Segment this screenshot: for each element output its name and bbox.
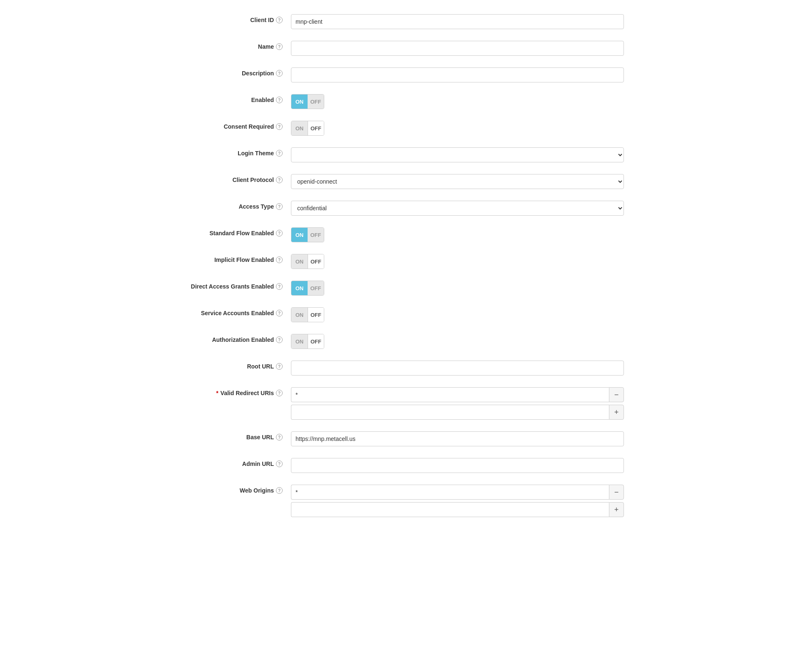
direct-access-toggle-on: ON	[291, 281, 308, 295]
name-control	[291, 41, 624, 56]
enabled-help-icon[interactable]: ?	[276, 97, 283, 103]
standard-flow-toggle-off: OFF	[308, 228, 324, 242]
base-url-row: Base URL ?	[166, 426, 624, 452]
client-id-label: Client ID ?	[166, 14, 291, 23]
client-id-row: Client ID ?	[166, 8, 624, 35]
enabled-toggle[interactable]: ON OFF	[291, 94, 324, 109]
base-url-label: Base URL ?	[166, 431, 291, 441]
consent-required-control: ON OFF	[291, 121, 624, 136]
direct-access-label: Direct Access Grants Enabled ?	[166, 281, 291, 290]
web-origins-add-row: +	[291, 502, 624, 517]
client-protocol-help-icon[interactable]: ?	[276, 177, 283, 183]
login-theme-label: Login Theme ?	[166, 147, 291, 157]
consent-required-label: Consent Required ?	[166, 121, 291, 130]
web-origins-help-icon[interactable]: ?	[276, 487, 283, 494]
direct-access-control: ON OFF	[291, 281, 624, 296]
client-id-control	[291, 14, 624, 29]
description-help-icon[interactable]: ?	[276, 70, 283, 77]
client-protocol-row: Client Protocol ? openid-connect saml	[166, 168, 624, 195]
web-origins-label: Web Origins ?	[166, 485, 291, 494]
consent-required-help-icon[interactable]: ?	[276, 123, 283, 130]
name-label: Name ?	[166, 41, 291, 50]
description-input[interactable]	[291, 67, 624, 82]
valid-redirect-uri-remove-btn[interactable]: −	[609, 387, 624, 402]
access-type-select[interactable]: confidential public bearer-only	[291, 201, 624, 216]
valid-redirect-uri-add-input[interactable]	[291, 405, 609, 420]
base-url-help-icon[interactable]: ?	[276, 434, 283, 441]
login-theme-help-icon[interactable]: ?	[276, 150, 283, 157]
access-type-row: Access Type ? confidential public bearer…	[166, 195, 624, 222]
authorization-label: Authorization Enabled ?	[166, 334, 291, 343]
authorization-help-icon[interactable]: ?	[276, 336, 283, 343]
client-protocol-control: openid-connect saml	[291, 174, 624, 189]
base-url-control	[291, 431, 624, 446]
settings-form: Client ID ? Name ? Description ? Enabled…	[166, 8, 624, 523]
access-type-label: Access Type ?	[166, 201, 291, 210]
standard-flow-control: ON OFF	[291, 227, 624, 242]
admin-url-help-icon[interactable]: ?	[276, 460, 283, 467]
standard-flow-help-icon[interactable]: ?	[276, 230, 283, 236]
service-accounts-toggle-off: OFF	[308, 308, 324, 322]
description-control	[291, 67, 624, 82]
authorization-toggle-off: OFF	[308, 334, 324, 348]
direct-access-help-icon[interactable]: ?	[276, 283, 283, 290]
client-id-help-icon[interactable]: ?	[276, 17, 283, 23]
name-row: Name ?	[166, 35, 624, 62]
implicit-flow-help-icon[interactable]: ?	[276, 256, 283, 263]
access-type-help-icon[interactable]: ?	[276, 203, 283, 210]
login-theme-row: Login Theme ? keycloak base	[166, 142, 624, 168]
valid-redirect-uri-input-1[interactable]	[291, 387, 609, 402]
direct-access-row: Direct Access Grants Enabled ? ON OFF	[166, 275, 624, 301]
consent-required-row: Consent Required ? ON OFF	[166, 115, 624, 142]
root-url-input[interactable]	[291, 361, 624, 376]
base-url-input[interactable]	[291, 431, 624, 446]
authorization-control: ON OFF	[291, 334, 624, 349]
login-theme-select[interactable]: keycloak base	[291, 147, 624, 162]
web-origins-row: Web Origins ? − +	[166, 479, 624, 523]
web-origins-remove-btn[interactable]: −	[609, 485, 624, 500]
implicit-flow-toggle[interactable]: ON OFF	[291, 254, 324, 269]
web-origins-input-1[interactable]	[291, 485, 609, 500]
direct-access-toggle[interactable]: ON OFF	[291, 281, 324, 296]
authorization-toggle-on: ON	[291, 334, 308, 348]
valid-redirect-uri-add-btn[interactable]: +	[609, 405, 624, 420]
standard-flow-toggle[interactable]: ON OFF	[291, 227, 324, 242]
consent-toggle-off: OFF	[308, 121, 324, 135]
service-accounts-label: Service Accounts Enabled ?	[166, 307, 291, 316]
client-protocol-select[interactable]: openid-connect saml	[291, 174, 624, 189]
service-accounts-row: Service Accounts Enabled ? ON OFF	[166, 301, 624, 328]
admin-url-input[interactable]	[291, 458, 624, 473]
enabled-toggle-on: ON	[291, 95, 308, 109]
service-accounts-help-icon[interactable]: ?	[276, 310, 283, 316]
access-type-control: confidential public bearer-only	[291, 201, 624, 216]
valid-redirect-uri-row-1: −	[291, 387, 624, 402]
standard-flow-toggle-on: ON	[291, 228, 308, 242]
valid-redirect-uris-control: − +	[291, 387, 624, 420]
web-origins-add-input[interactable]	[291, 502, 609, 517]
consent-required-toggle[interactable]: ON OFF	[291, 121, 324, 136]
admin-url-control	[291, 458, 624, 473]
description-label: Description ?	[166, 67, 291, 77]
name-input[interactable]	[291, 41, 624, 56]
root-url-label: Root URL ?	[166, 361, 291, 370]
service-accounts-toggle[interactable]: ON OFF	[291, 307, 324, 322]
enabled-label: Enabled ?	[166, 94, 291, 103]
service-accounts-toggle-on: ON	[291, 308, 308, 322]
root-url-help-icon[interactable]: ?	[276, 363, 283, 370]
client-id-input[interactable]	[291, 14, 624, 29]
implicit-flow-toggle-off: OFF	[308, 254, 324, 269]
direct-access-toggle-off: OFF	[308, 281, 324, 295]
required-star: *	[216, 390, 218, 396]
valid-redirect-uris-help-icon[interactable]: ?	[276, 390, 283, 396]
name-help-icon[interactable]: ?	[276, 43, 283, 50]
enabled-row: Enabled ? ON OFF	[166, 88, 624, 115]
web-origins-control: − +	[291, 485, 624, 517]
authorization-toggle[interactable]: ON OFF	[291, 334, 324, 349]
root-url-control	[291, 361, 624, 376]
consent-toggle-on: ON	[291, 121, 308, 135]
valid-redirect-uris-label: * Valid Redirect URIs ?	[166, 387, 291, 396]
admin-url-row: Admin URL ?	[166, 452, 624, 479]
implicit-flow-control: ON OFF	[291, 254, 624, 269]
web-origins-add-btn[interactable]: +	[609, 502, 624, 517]
web-origins-row-1: −	[291, 485, 624, 500]
